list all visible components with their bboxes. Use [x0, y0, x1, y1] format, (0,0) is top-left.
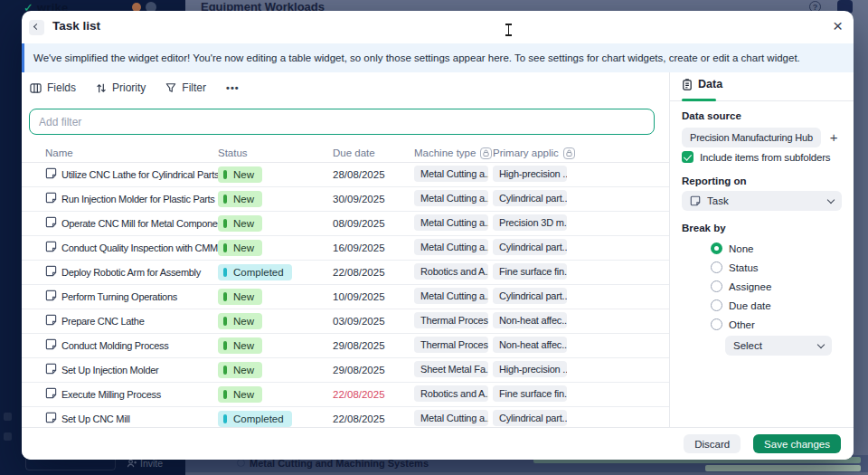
primary-application-cell: High-precision ...: [493, 166, 669, 185]
sidebar-icon: [4, 413, 12, 421]
task-table: Name Status Due date Machine type Primar…: [22, 144, 669, 427]
task-icon: [45, 167, 61, 182]
status-badge: New: [218, 337, 262, 354]
task-icon: [690, 195, 701, 206]
machine-type-pill: Metal Cutting a...: [414, 410, 488, 426]
filter-button[interactable]: Filter: [165, 81, 206, 94]
back-button[interactable]: [29, 20, 44, 35]
primary-application-cell: High-precision ...: [493, 361, 669, 380]
column-header-name[interactable]: Name: [45, 147, 218, 158]
add-source-button[interactable]: +: [830, 131, 838, 144]
status-badge: New: [218, 215, 262, 232]
machine-type-cell: Thermal Proces...: [414, 337, 493, 356]
radio-icon[interactable]: [711, 261, 722, 273]
other-select-value: Select: [733, 340, 762, 351]
fields-button[interactable]: Fields: [30, 81, 76, 94]
column-header-primary-application[interactable]: Primary applic: [493, 147, 669, 159]
machine-type-pill: Sheet Metal Fa...: [414, 361, 488, 377]
settings-panel: Data Data source Precision Manufacturing…: [669, 72, 854, 427]
sort-arrows-icon: [96, 82, 107, 94]
table-row[interactable]: Prepare CNC Lathe New 03/09/2025 Thermal…: [22, 309, 669, 334]
column-header-due-date[interactable]: Due date: [333, 147, 414, 158]
other-field-select[interactable]: Select: [725, 336, 832, 356]
table-row[interactable]: Run Injection Molder for Plastic Parts N…: [22, 187, 669, 212]
screen: ✓ wrike Invite Equipment Workloads ? Met…: [0, 0, 868, 475]
reporting-on-select[interactable]: Task: [682, 191, 842, 211]
table-row[interactable]: Conduct Quality Inspection with CMM New …: [22, 236, 669, 261]
break-by-option[interactable]: Other: [682, 315, 842, 334]
person-plus-icon: [127, 459, 137, 469]
machine-type-pill: Thermal Proces...: [414, 337, 488, 353]
task-name: Prepare CNC Lathe: [61, 316, 218, 327]
status-badge: New: [218, 289, 262, 305]
priority-button[interactable]: Priority: [96, 81, 146, 94]
table-section: Fields Priority Filter ••• Name Status D…: [22, 72, 669, 427]
status-cell: New: [218, 337, 333, 354]
due-date: 30/09/2025: [333, 194, 414, 204]
table-body: Utilize CNC Lathe for Cylindrical Parts …: [22, 163, 669, 427]
radio-icon[interactable]: [711, 242, 722, 254]
column-header-machine-type[interactable]: Machine type: [414, 147, 493, 159]
break-by-option[interactable]: None: [682, 239, 842, 258]
machine-type-pill: Metal Cutting a...: [414, 190, 488, 206]
text-cursor: [505, 24, 513, 36]
data-source-value[interactable]: Precision Manufacturing Hub: [682, 128, 821, 147]
radio-icon[interactable]: [711, 299, 722, 311]
status-cell: Completed: [218, 411, 333, 427]
tab-data[interactable]: Data: [682, 78, 722, 90]
primary-application-cell: Fine surface fin...: [493, 263, 669, 282]
modal-title: Task list: [52, 19, 100, 33]
banner-text: We've simplified the widget editor! You'…: [33, 52, 800, 63]
table-row[interactable]: Set Up CNC Mill Completed 22/08/2025 Met…: [22, 407, 669, 427]
radio-label: None: [729, 243, 754, 254]
break-by-option[interactable]: Assignee: [682, 277, 842, 296]
chevron-left-icon: [33, 24, 40, 30]
funnel-icon: [165, 82, 176, 93]
task-icon: [45, 338, 61, 353]
task-name: Conduct Quality Inspection with CMM: [61, 242, 218, 253]
more-options-button[interactable]: •••: [226, 82, 240, 93]
table-row[interactable]: Perform Turning Operations New 10/09/202…: [22, 285, 669, 309]
task-name: Utilize CNC Lathe for Cylindrical Parts: [61, 169, 218, 180]
status-cell: New: [218, 313, 333, 329]
machine-type-cell: Thermal Proces...: [414, 312, 493, 331]
chevron-down-icon: [817, 340, 825, 347]
table-row[interactable]: Execute Milling Process New 22/08/2025 R…: [22, 383, 669, 407]
close-icon[interactable]: ×: [833, 14, 843, 38]
column-header-status[interactable]: Status: [218, 147, 333, 158]
radio-label: Assignee: [729, 281, 771, 292]
primary-application-pill: Non-heat affec...: [493, 312, 567, 328]
table-row[interactable]: Deploy Robotic Arm for Assembly Complete…: [22, 261, 669, 285]
break-by-option[interactable]: Status: [682, 258, 842, 277]
checkbox-checked-icon[interactable]: [682, 151, 693, 163]
radio-label: Other: [729, 319, 755, 330]
table-row[interactable]: Operate CNC Mill for Metal Components Ne…: [22, 212, 669, 236]
primary-application-pill: Cylindrical part...: [493, 288, 567, 304]
task-icon: [45, 265, 61, 280]
due-date: 03/09/2025: [333, 316, 414, 327]
break-by-option[interactable]: Due date: [682, 296, 842, 315]
machine-type-pill: Metal Cutting a...: [414, 239, 488, 255]
status-cell: New: [218, 240, 333, 256]
radio-icon[interactable]: [711, 280, 722, 292]
primary-application-pill: Fine surface fin...: [493, 263, 567, 280]
machine-type-cell: Metal Cutting a...: [414, 410, 493, 428]
include-subfolders-row[interactable]: Include items from subfolders: [682, 151, 842, 163]
due-date: 16/09/2025: [333, 242, 414, 253]
machine-type-pill: Metal Cutting a...: [414, 288, 488, 304]
machine-type-cell: Metal Cutting a...: [414, 166, 493, 185]
radio-icon[interactable]: [711, 318, 722, 330]
include-subfolders-label: Include items from subfolders: [700, 152, 830, 163]
machine-type-cell: Metal Cutting a...: [414, 288, 493, 307]
add-filter-input[interactable]: [29, 109, 655, 135]
discard-button[interactable]: Discard: [684, 434, 741, 453]
status-badge: New: [218, 313, 262, 329]
machine-type-pill: Thermal Proces...: [414, 312, 488, 328]
status-cell: New: [218, 386, 333, 403]
table-row[interactable]: Utilize CNC Lathe for Cylindrical Parts …: [22, 163, 669, 187]
status-cell: New: [218, 215, 333, 232]
table-row[interactable]: Set Up Injection Molder New 29/08/2025 S…: [22, 358, 669, 383]
table-row[interactable]: Conduct Molding Process New 29/08/2025 T…: [22, 334, 669, 358]
save-changes-button[interactable]: Save changes: [753, 434, 841, 453]
table-toolbar: Fields Priority Filter •••: [30, 79, 240, 97]
